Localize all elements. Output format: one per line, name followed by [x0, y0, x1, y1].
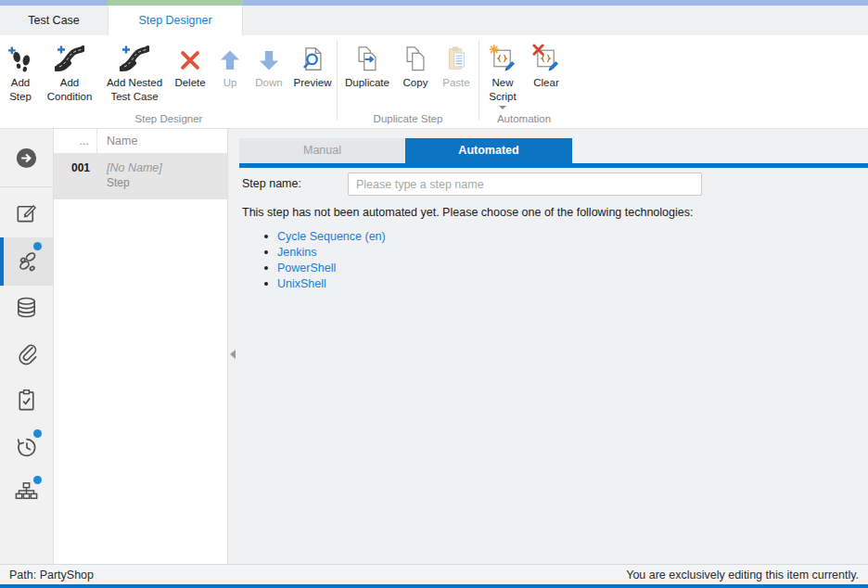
up-button: Up [211, 35, 249, 90]
paste-icon [442, 42, 470, 76]
collapse-left-icon[interactable] [230, 350, 236, 359]
clipboard-check-icon [14, 388, 39, 415]
tab-automated[interactable]: Automated [405, 138, 572, 163]
bullet-icon [264, 282, 268, 286]
footsteps-icon [14, 248, 40, 276]
delete-icon [177, 42, 203, 76]
ribbon-separator [337, 41, 338, 121]
step-row-selected[interactable]: 001 [No Name] Step [54, 154, 227, 199]
step-list-header: ... Name [54, 129, 227, 154]
notification-badge [33, 429, 42, 438]
add-nested-test-case-icon [120, 42, 149, 76]
up-arrow-icon [217, 42, 243, 76]
sidebar-item-attachments[interactable] [0, 332, 53, 378]
clear-script-icon [532, 42, 561, 76]
step-name-label: Step name: [242, 177, 301, 190]
status-path: Path: PartyShop [9, 569, 94, 582]
duplicate-button[interactable]: Duplicate [338, 35, 396, 90]
down-button: Down [249, 35, 289, 90]
technology-link-powershell[interactable]: PowerShell [277, 262, 336, 275]
add-step-icon [6, 42, 35, 76]
sidebar-item-history[interactable] [0, 425, 53, 471]
notification-badge [33, 476, 42, 484]
preview-button[interactable]: Preview [289, 35, 336, 90]
sidebar-item-data[interactable] [0, 286, 53, 332]
sidebar-item-tasks[interactable] [0, 378, 53, 425]
left-sidebar [0, 129, 54, 564]
new-script-icon [489, 42, 517, 76]
notification-badge [33, 242, 42, 250]
technology-link-cycle-sequence[interactable]: Cycle Sequence (en) [277, 230, 386, 243]
ribbon-group-step-designer: AddStep AddCondition [2, 35, 336, 128]
automation-message: This step has not been automated yet. Pl… [242, 206, 693, 219]
step-editor-panel: Manual Automated Step name: This step ha… [239, 129, 868, 564]
sidebar-item-edit[interactable] [0, 191, 53, 237]
tab-step-designer[interactable]: Step Designer [108, 6, 243, 35]
step-name: [No Name] [107, 160, 227, 175]
bullet-icon [264, 235, 268, 238]
bullet-icon [264, 266, 268, 270]
add-step-button[interactable]: AddStep [2, 35, 39, 103]
clear-button[interactable]: Clear [525, 35, 568, 90]
status-editing-notice: You are exclusively editing this item cu… [626, 569, 859, 582]
list-item: PowerShell [264, 260, 386, 275]
sidebar-divider [0, 186, 53, 187]
list-item: UnixShell [264, 275, 386, 291]
ribbon-toolbar: AddStep AddCondition [0, 35, 868, 129]
status-bar: Path: PartyShop You are exclusively edit… [0, 564, 868, 584]
paperclip-icon [14, 341, 39, 369]
ribbon-group-label-automation: Automation [480, 113, 568, 128]
copy-icon [402, 42, 429, 76]
preview-icon [299, 42, 326, 76]
bottom-accent-strip [0, 584, 868, 588]
sitemap-icon [14, 480, 39, 508]
active-indicator [0, 237, 4, 286]
technology-list: Cycle Sequence (en) Jenkins PowerShell U… [264, 228, 386, 291]
edit-icon [14, 200, 39, 228]
new-script-dropdown-icon[interactable] [499, 106, 506, 109]
copy-button[interactable]: Copy [396, 35, 435, 90]
add-condition-icon [55, 42, 84, 76]
tab-test-case[interactable]: Test Case [0, 6, 108, 35]
database-icon [14, 295, 39, 323]
step-number: 001 [54, 154, 97, 199]
step-list-panel: ... Name 001 [No Name] Step [54, 129, 228, 564]
add-nested-test-case-button[interactable]: Add NestedTest Case [100, 35, 169, 103]
ribbon-group-label-step-designer: Step Designer [2, 113, 336, 128]
delete-button[interactable]: Delete [169, 35, 211, 90]
sidebar-item-step-designer[interactable] [0, 237, 53, 286]
down-arrow-icon [256, 42, 282, 76]
step-type: Step [107, 175, 227, 190]
ribbon-group-duplicate-step: Duplicate Copy [338, 35, 478, 128]
column-header-dots[interactable]: ... [54, 129, 97, 153]
technology-link-jenkins[interactable]: Jenkins [277, 246, 316, 259]
tab-manual[interactable]: Manual [239, 138, 405, 163]
tab-accent-bar [239, 163, 868, 168]
list-item: Cycle Sequence (en) [264, 228, 386, 244]
window-tab-bar: Test Case Step Designer [0, 6, 868, 35]
column-header-name[interactable]: Name [97, 129, 227, 153]
step-name-input[interactable] [348, 173, 702, 196]
add-condition-button[interactable]: AddCondition [39, 35, 100, 103]
list-item: Jenkins [264, 244, 386, 260]
ribbon-group-automation: NewScript Clear Automation [480, 35, 568, 128]
paste-button: Paste [435, 35, 478, 90]
arrow-circle-icon [14, 146, 39, 173]
new-script-button[interactable]: NewScript [480, 35, 525, 109]
history-icon [14, 434, 39, 462]
sidebar-item-collapse[interactable] [0, 136, 53, 183]
ribbon-separator [479, 41, 479, 121]
sidebar-item-hierarchy[interactable] [0, 471, 53, 518]
bullet-icon [264, 250, 268, 254]
ribbon-group-label-duplicate-step: Duplicate Step [338, 113, 478, 128]
duplicate-icon [353, 42, 381, 76]
technology-link-unixshell[interactable]: UnixShell [277, 277, 326, 290]
panel-splitter[interactable] [228, 129, 239, 564]
